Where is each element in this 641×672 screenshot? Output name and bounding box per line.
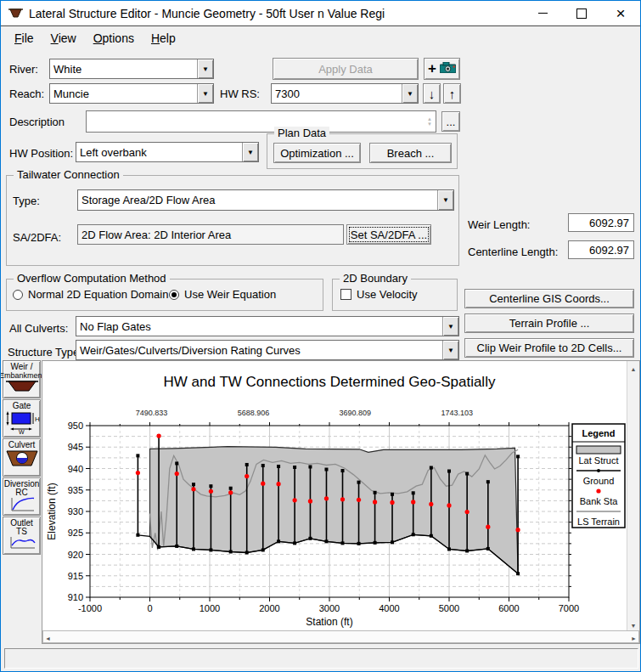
diversion-rc-tool-button[interactable]: Diversion RC <box>3 477 41 516</box>
dropdown-arrow-icon[interactable] <box>402 84 418 103</box>
weir-length-label: Weir Length: <box>468 218 530 231</box>
sa-2dfa-label: SA/2DFA: <box>13 231 61 244</box>
reach-label: Reach: <box>9 88 44 100</box>
breach-button[interactable]: Breach ... <box>369 143 452 163</box>
radio-use-weir-equation[interactable]: Use Weir Equation <box>169 288 276 301</box>
dropdown-arrow-icon[interactable] <box>437 190 453 210</box>
spinner-icon[interactable] <box>424 116 436 127</box>
close-button[interactable] <box>601 1 640 25</box>
clip-weir-profile-button[interactable]: Clip Weir Profile to 2D Cells... <box>464 338 634 358</box>
scroll-right-icon[interactable] <box>631 630 637 643</box>
scroll-left-icon[interactable] <box>45 630 51 643</box>
radio-icon <box>13 290 23 300</box>
use-velocity-checkbox[interactable]: Use Velocity <box>340 288 418 301</box>
tw-type-value: Storage Area/2D Flow Area <box>78 194 216 206</box>
svg-text:1000: 1000 <box>200 603 220 613</box>
menu-options[interactable]: Options <box>85 27 143 49</box>
maximize-button[interactable] <box>562 1 601 25</box>
hw-rs-select[interactable]: 7300 <box>271 83 419 104</box>
tw-type-select[interactable]: Storage Area/2D Flow Area <box>77 189 454 211</box>
centerline-gis-coords-button[interactable]: Centerline GIS Coords... <box>464 289 634 308</box>
reach-value: Muncie <box>50 88 89 100</box>
checkbox-icon <box>340 289 351 300</box>
tool-label: Culvert <box>8 441 36 449</box>
radio-normal-label: Normal 2D Equation Domain <box>28 288 168 301</box>
centerline-length-value: 6092.97 <box>568 240 634 259</box>
dropdown-arrow-icon[interactable] <box>242 143 258 161</box>
svg-text:5000: 5000 <box>439 603 459 613</box>
structure-type-select[interactable]: Weir/Gates/Culverts/Diversion Rating Cur… <box>76 340 459 360</box>
terrain-profile-button[interactable]: Terrain Profile ... <box>464 313 634 333</box>
tool-label: Gate <box>13 402 31 410</box>
weir-embankment-icon <box>5 380 39 393</box>
outlet-ts-tool-button[interactable]: Outlet TS <box>3 517 41 555</box>
dropdown-arrow-icon[interactable] <box>197 59 213 78</box>
culvert-tool-button[interactable]: Culvert <box>3 438 41 477</box>
minimize-button[interactable] <box>523 1 562 25</box>
weir-embankment-tool-button[interactable]: Weir / Embankment <box>3 360 41 398</box>
tool-label: Weir / <box>11 363 33 371</box>
apply-data-button[interactable]: Apply Data <box>273 58 419 80</box>
radio-normal-2d-equation[interactable]: Normal 2D Equation Domain <box>13 288 168 301</box>
chart-horizontal-scrollbar[interactable] <box>42 630 639 643</box>
plan-data-title: Plan Data <box>274 127 329 139</box>
structure-type-value: Weir/Gates/Culverts/Diversion Rating Cur… <box>76 344 301 357</box>
tw-type-label: Type: <box>13 195 40 207</box>
menu-file[interactable]: File <box>6 27 42 49</box>
river-label: River: <box>9 63 38 76</box>
rating-curve-icon <box>9 497 35 512</box>
dropdown-arrow-icon[interactable] <box>197 84 213 103</box>
dropdown-arrow-icon[interactable] <box>442 341 458 359</box>
hw-rs-value: 7300 <box>272 88 300 100</box>
svg-text:-1000: -1000 <box>78 603 102 613</box>
add-photo-button[interactable] <box>424 58 460 80</box>
top-axis-labels: 7490.8335688.9063690.8091743.103 <box>136 409 473 417</box>
river-value: White <box>50 63 82 76</box>
radio-selected-icon <box>169 290 179 300</box>
gate-tool-button[interactable]: Gate H W <box>3 399 41 438</box>
hw-position-value: Left overbank <box>76 146 147 159</box>
description-more-button[interactable]: ... <box>441 111 460 132</box>
2d-boundary-title: 2D Boundary <box>340 272 411 285</box>
svg-text:2000: 2000 <box>259 603 279 613</box>
optimization-button[interactable]: Optimization ... <box>273 143 361 163</box>
app-weir-icon <box>8 8 23 19</box>
menu-help[interactable]: Help <box>143 27 184 49</box>
tool-label: RC <box>15 488 27 497</box>
menu-view[interactable]: View <box>42 27 85 49</box>
svg-text:930: 930 <box>68 506 83 517</box>
description-input[interactable] <box>86 110 436 133</box>
reach-select[interactable]: Muncie <box>49 83 214 104</box>
river-select[interactable]: White <box>49 59 214 79</box>
x-axis-title: Station (ft) <box>306 616 352 628</box>
overflow-title: Overflow Computation Method <box>14 272 170 285</box>
dropdown-arrow-icon[interactable] <box>442 317 458 336</box>
rs-down-button[interactable] <box>423 83 441 104</box>
svg-text:0: 0 <box>147 603 152 613</box>
culvert-icon <box>5 449 39 468</box>
sa-2dfa-value: 2D Flow Area: 2D Interior Area <box>82 229 231 241</box>
sa-2dfa-field: 2D Flow Area: 2D Interior Area <box>77 224 344 245</box>
profile-chart: -100001000200030004000500060007000910915… <box>42 361 627 630</box>
set-sa-2dfa-button[interactable]: Set SA/2DFA ... <box>346 224 431 245</box>
tailwater-title: Tailwater Connection <box>14 168 123 181</box>
chart-panel: -100001000200030004000500060007000910915… <box>42 360 640 644</box>
svg-text:3000: 3000 <box>319 603 340 613</box>
weir-length-value: 6092.97 <box>568 213 634 232</box>
scroll-up-icon[interactable] <box>631 361 637 374</box>
radio-weir-label: Use Weir Equation <box>184 288 276 301</box>
tool-label: TS <box>16 528 27 536</box>
chart-vertical-scrollbar[interactable] <box>627 361 639 630</box>
hw-rs-label: HW RS: <box>220 88 260 100</box>
svg-text:940: 940 <box>68 464 83 474</box>
camera-icon <box>440 62 456 76</box>
time-series-icon <box>8 536 36 550</box>
lateral-structure-editor-window: Lateral Structure Editor - Muncie Geomet… <box>0 0 641 672</box>
svg-text:7490.833: 7490.833 <box>136 409 168 417</box>
hw-position-select[interactable]: Left overbank <box>76 142 259 162</box>
svg-text:920: 920 <box>68 550 83 560</box>
svg-text:H: H <box>35 415 40 423</box>
scroll-down-icon[interactable] <box>631 618 637 630</box>
all-culverts-select[interactable]: No Flap Gates <box>76 316 459 336</box>
rs-up-button[interactable] <box>443 83 461 104</box>
